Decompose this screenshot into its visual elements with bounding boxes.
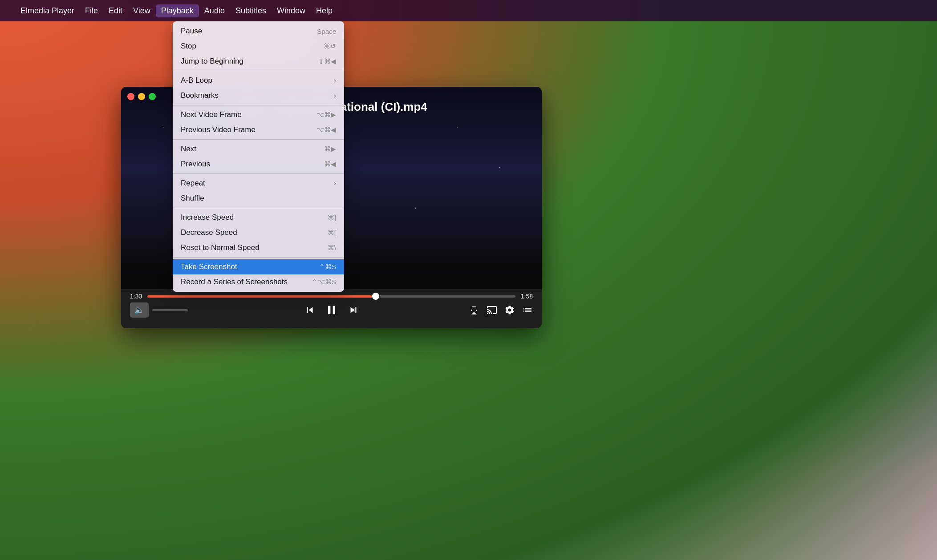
menu-item-next-video-frame-label: Next Video Frame	[181, 110, 316, 119]
traffic-lights	[127, 93, 156, 100]
menu-item-increase-speed[interactable]: Increase Speed ⌘]	[173, 210, 344, 225]
repeat-arrow-icon: ›	[334, 180, 336, 187]
menu-item-decrease-speed-label: Decrease Speed	[181, 228, 328, 237]
menu-item-shuffle[interactable]: Shuffle	[173, 191, 344, 206]
menu-item-decrease-speed[interactable]: Decrease Speed ⌘[	[173, 225, 344, 240]
separator-1	[173, 71, 344, 71]
menu-item-prev-video-frame[interactable]: Previous Video Frame ⌥⌘◀	[173, 122, 344, 137]
menu-item-bookmarks[interactable]: Bookmarks ›	[173, 88, 344, 103]
menu-item-next-label: Next	[181, 145, 324, 153]
menu-item-bookmarks-label: Bookmarks	[181, 91, 330, 100]
menu-item-reset-speed-shortcut: ⌘\	[328, 244, 336, 252]
menu-item-take-screenshot[interactable]: Take Screenshot ⌃⌘S	[173, 259, 344, 274]
menu-item-next-shortcut: ⌘▶	[324, 145, 336, 153]
menubar-item-edit[interactable]: Edit	[103, 4, 128, 17]
menu-item-stop-label: Stop	[181, 42, 324, 51]
menubar: Elmedia Player File Edit View Playback A…	[0, 0, 937, 21]
menu-item-repeat[interactable]: Repeat ›	[173, 176, 344, 191]
airplay-button[interactable]	[469, 305, 479, 315]
menu-item-increase-speed-label: Increase Speed	[181, 213, 328, 222]
menu-item-ab-loop[interactable]: A-B Loop ›	[173, 73, 344, 88]
separator-4	[173, 173, 344, 174]
volume-slider[interactable]	[152, 309, 188, 311]
menubar-item-help[interactable]: Help	[311, 4, 338, 17]
menu-item-decrease-speed-shortcut: ⌘[	[328, 229, 336, 237]
menu-item-record-screenshots-shortcut: ⌃⌥⌘S	[312, 278, 336, 286]
menu-item-previous-shortcut: ⌘◀	[324, 160, 336, 168]
cast-button[interactable]	[487, 305, 497, 315]
playback-dropdown-menu: Pause Space Stop ⌘↺ Jump to Beginning ⇧⌘…	[173, 21, 344, 292]
menu-item-pause-label: Pause	[181, 27, 317, 36]
minimize-button[interactable]	[138, 93, 145, 100]
menu-item-shuffle-label: Shuffle	[181, 194, 336, 203]
progress-track[interactable]	[147, 295, 515, 298]
menu-item-reset-speed-label: Reset to Normal Speed	[181, 243, 328, 252]
menu-item-record-screenshots[interactable]: Record a Series of Screenshots ⌃⌥⌘S	[173, 274, 344, 290]
menu-item-record-screenshots-label: Record a Series of Screenshots	[181, 278, 312, 286]
progress-thumb	[372, 293, 379, 300]
menu-item-jump[interactable]: Jump to Beginning ⇧⌘◀	[173, 54, 344, 69]
menu-item-pause[interactable]: Pause Space	[173, 24, 344, 39]
menu-item-pause-shortcut: Space	[317, 28, 336, 35]
skip-forward-button[interactable]	[348, 304, 359, 316]
menu-item-previous[interactable]: Previous ⌘◀	[173, 157, 344, 172]
menubar-item-window[interactable]: Window	[272, 4, 311, 17]
menu-item-ab-loop-label: A-B Loop	[181, 76, 330, 85]
progress-row: 1:33 1:58	[130, 293, 533, 300]
close-button[interactable]	[127, 93, 134, 100]
controls-row: 🔈	[130, 302, 533, 318]
menu-item-increase-speed-shortcut: ⌘]	[328, 214, 336, 222]
menu-item-prev-video-frame-label: Previous Video Frame	[181, 125, 316, 134]
menubar-item-file[interactable]: File	[80, 4, 103, 17]
controls-center	[304, 303, 359, 317]
menu-item-next-video-frame-shortcut: ⌥⌘▶	[316, 111, 336, 119]
separator-5	[173, 208, 344, 208]
menu-item-stop[interactable]: Stop ⌘↺	[173, 39, 344, 54]
ab-loop-arrow-icon: ›	[334, 77, 336, 84]
pause-button[interactable]	[325, 303, 339, 317]
controls-right	[469, 305, 533, 315]
bookmarks-arrow-icon: ›	[334, 92, 336, 99]
menu-item-prev-video-frame-shortcut: ⌥⌘◀	[316, 126, 336, 134]
skip-back-button[interactable]	[304, 304, 316, 316]
menubar-item-elmedia[interactable]: Elmedia Player	[15, 4, 80, 17]
volume-button[interactable]: 🔈	[130, 302, 149, 318]
menu-item-jump-label: Jump to Beginning	[181, 57, 318, 66]
menu-item-reset-speed[interactable]: Reset to Normal Speed ⌘\	[173, 240, 344, 255]
playlist-button[interactable]	[522, 305, 533, 315]
menubar-item-view[interactable]: View	[128, 4, 156, 17]
volume-icon: 🔈	[134, 306, 144, 314]
controls-left: 🔈	[130, 302, 188, 318]
menubar-item-playback[interactable]: Playback	[156, 4, 199, 17]
menubar-item-audio[interactable]: Audio	[199, 4, 230, 17]
progress-fill	[147, 295, 375, 298]
menu-item-next[interactable]: Next ⌘▶	[173, 141, 344, 157]
settings-button[interactable]	[504, 305, 515, 315]
controls-bar: 1:33 1:58 🔈	[121, 289, 542, 328]
separator-3	[173, 139, 344, 140]
separator-2	[173, 105, 344, 105]
separator-6	[173, 257, 344, 258]
menu-item-repeat-label: Repeat	[181, 179, 330, 188]
menu-item-jump-shortcut: ⇧⌘◀	[318, 57, 336, 65]
menu-item-take-screenshot-shortcut: ⌃⌘S	[319, 263, 336, 271]
time-current: 1:33	[130, 293, 142, 300]
menu-item-next-video-frame[interactable]: Next Video Frame ⌥⌘▶	[173, 107, 344, 122]
menu-item-previous-label: Previous	[181, 160, 324, 169]
time-total: 1:58	[521, 293, 533, 300]
menubar-item-subtitles[interactable]: Subtitles	[230, 4, 272, 17]
menu-item-take-screenshot-label: Take Screenshot	[181, 262, 319, 271]
menu-item-stop-shortcut: ⌘↺	[324, 42, 336, 50]
maximize-button[interactable]	[149, 93, 156, 100]
